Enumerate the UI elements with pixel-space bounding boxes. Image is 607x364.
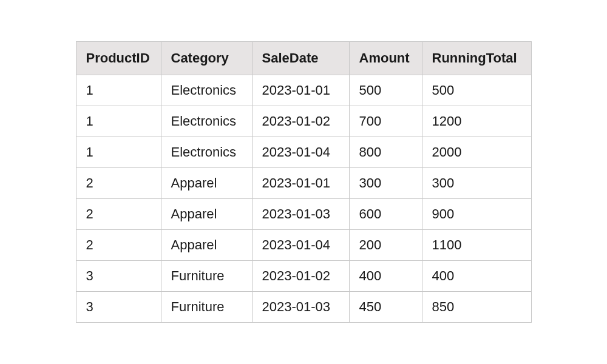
header-row: ProductID Category SaleDate Amount Runni… xyxy=(76,42,531,75)
cell-runningtotal: 900 xyxy=(422,199,531,230)
cell-productid: 1 xyxy=(76,137,161,168)
cell-runningtotal: 300 xyxy=(422,168,531,199)
header-runningtotal: RunningTotal xyxy=(422,42,531,75)
cell-category: Apparel xyxy=(161,230,252,261)
table-header: ProductID Category SaleDate Amount Runni… xyxy=(76,42,531,75)
cell-amount: 300 xyxy=(349,168,422,199)
cell-productid: 2 xyxy=(76,230,161,261)
cell-productid: 1 xyxy=(76,75,161,106)
table-row: 3 Furniture 2023-01-02 400 400 xyxy=(76,261,531,292)
table-row: 2 Apparel 2023-01-01 300 300 xyxy=(76,168,531,199)
cell-amount: 700 xyxy=(349,106,422,137)
table-row: 1 Electronics 2023-01-01 500 500 xyxy=(76,75,531,106)
cell-amount: 200 xyxy=(349,230,422,261)
cell-category: Apparel xyxy=(161,168,252,199)
cell-amount: 500 xyxy=(349,75,422,106)
cell-productid: 2 xyxy=(76,199,161,230)
table-row: 1 Electronics 2023-01-04 800 2000 xyxy=(76,137,531,168)
cell-saledate: 2023-01-02 xyxy=(252,261,349,292)
cell-saledate: 2023-01-04 xyxy=(252,230,349,261)
cell-saledate: 2023-01-03 xyxy=(252,199,349,230)
cell-runningtotal: 1100 xyxy=(422,230,531,261)
cell-amount: 600 xyxy=(349,199,422,230)
cell-amount: 400 xyxy=(349,261,422,292)
table-body: 1 Electronics 2023-01-01 500 500 1 Elect… xyxy=(76,75,531,323)
cell-productid: 3 xyxy=(76,292,161,323)
cell-saledate: 2023-01-04 xyxy=(252,137,349,168)
table-row: 1 Electronics 2023-01-02 700 1200 xyxy=(76,106,531,137)
cell-category: Electronics xyxy=(161,106,252,137)
cell-saledate: 2023-01-02 xyxy=(252,106,349,137)
table-row: 3 Furniture 2023-01-03 450 850 xyxy=(76,292,531,323)
cell-amount: 800 xyxy=(349,137,422,168)
cell-category: Apparel xyxy=(161,199,252,230)
cell-runningtotal: 2000 xyxy=(422,137,531,168)
table-row: 2 Apparel 2023-01-04 200 1100 xyxy=(76,230,531,261)
cell-productid: 3 xyxy=(76,261,161,292)
cell-category: Electronics xyxy=(161,137,252,168)
cell-productid: 2 xyxy=(76,168,161,199)
sales-table: ProductID Category SaleDate Amount Runni… xyxy=(76,41,532,323)
header-category: Category xyxy=(161,42,252,75)
cell-saledate: 2023-01-01 xyxy=(252,168,349,199)
header-saledate: SaleDate xyxy=(252,42,349,75)
cell-category: Furniture xyxy=(161,261,252,292)
cell-saledate: 2023-01-03 xyxy=(252,292,349,323)
header-amount: Amount xyxy=(349,42,422,75)
cell-productid: 1 xyxy=(76,106,161,137)
cell-runningtotal: 850 xyxy=(422,292,531,323)
cell-category: Electronics xyxy=(161,75,252,106)
header-productid: ProductID xyxy=(76,42,161,75)
cell-saledate: 2023-01-01 xyxy=(252,75,349,106)
cell-runningtotal: 400 xyxy=(422,261,531,292)
table-container: ProductID Category SaleDate Amount Runni… xyxy=(76,41,532,323)
table-row: 2 Apparel 2023-01-03 600 900 xyxy=(76,199,531,230)
cell-runningtotal: 1200 xyxy=(422,106,531,137)
cell-amount: 450 xyxy=(349,292,422,323)
cell-runningtotal: 500 xyxy=(422,75,531,106)
cell-category: Furniture xyxy=(161,292,252,323)
